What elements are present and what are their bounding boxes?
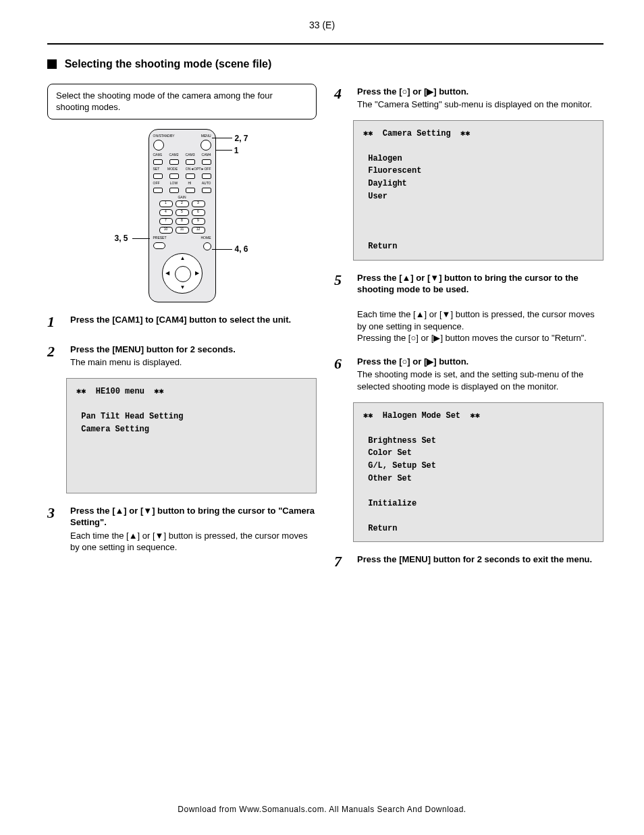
step-6: 6 Press the [] or [] button. The shootin…: [334, 354, 603, 393]
step-body-text: Each time the [] or [] button is pressed…: [357, 297, 603, 344]
left-column: Select the shooting mode of the camera a…: [47, 84, 317, 582]
step-head: Press the [] or [] button to bring the c…: [357, 272, 603, 296]
right-column: 4 Press the [] or [] button. The "Camera…: [334, 84, 603, 582]
step-head: Press the [] or [] button.: [357, 86, 603, 98]
step-number: 7: [334, 551, 349, 572]
remote-illustration: 2, 7 1 3, 5 4, 6 ON/STANDBYMENU CAM1CAM2…: [47, 129, 317, 303]
step-1: 1 Press the [CAM1] to [CAM4] button to s…: [47, 312, 317, 332]
step-head: Press the [CAM1] to [CAM4] button to sel…: [70, 314, 317, 326]
step-head: Press the [MENU] button for 2 seconds to…: [357, 554, 603, 566]
leader-label: 1: [234, 145, 239, 156]
step-body-text: The main menu is displayed.: [70, 356, 317, 369]
step-4: 4 Press the [] or [] button. The "Camera…: [334, 84, 603, 111]
screen-camera-setting: ✱✱ Camera Setting ✱✱ Halogen Fluorescent…: [353, 120, 603, 261]
intro-box: Select the shooting mode of the camera a…: [47, 84, 317, 119]
step-body-text: The "Camera Setting" sub-menu is display…: [357, 99, 603, 111]
step-number: 6: [334, 354, 349, 393]
step-7: 7 Press the [MENU] button for 2 seconds …: [334, 551, 603, 572]
up-arrow-icon: [115, 506, 124, 516]
step-body-text: Each time the [] or [] button is pressed…: [70, 530, 317, 554]
screen-main-menu: ✱✱ HE100 menu ✱✱ Pan Tilt Head Setting C…: [66, 378, 317, 493]
square-bullet-icon: [47, 59, 57, 69]
step-5: 5 Press the [] or [] button to bring the…: [334, 270, 603, 344]
step-2: 2 Press the [MENU] button for 2 seconds.…: [47, 342, 317, 369]
step-3: 3 Press the [] or [] button to bring the…: [47, 503, 317, 554]
page-number: 33 (E): [309, 19, 335, 32]
section-title: Selecting the shooting mode (scene file): [65, 57, 272, 72]
up-arrow-icon: [129, 531, 138, 541]
step-number: 1: [47, 312, 62, 332]
step-number: 5: [334, 270, 349, 344]
intro-text: Select the shooting mode of the camera a…: [56, 90, 273, 113]
right-arrow-icon: [427, 86, 433, 97]
step-head: Press the [] or [] button.: [357, 356, 603, 368]
step-head: Press the [] or [] button to bring the c…: [70, 505, 317, 529]
leader-label: 3, 5: [115, 233, 128, 244]
step-number: 4: [334, 84, 349, 111]
leader-label: 2, 7: [234, 133, 248, 144]
step-number: 2: [47, 342, 62, 369]
up-arrow-icon: [416, 309, 425, 319]
down-arrow-icon: [442, 309, 451, 319]
section-header: Selecting the shooting mode (scene file): [47, 57, 603, 72]
right-arrow-icon: [433, 333, 440, 343]
down-arrow-icon: [155, 531, 164, 541]
footer-text: Download from Www.Somanuals.com. All Man…: [0, 804, 644, 815]
leader-label: 4, 6: [234, 244, 248, 254]
step-body-text: The shooting mode is set, and the settin…: [357, 369, 603, 392]
step-head: Press the [MENU] button for 2 seconds.: [70, 344, 317, 356]
step-number: 3: [47, 503, 62, 554]
right-arrow-icon: [427, 356, 433, 367]
divider: [47, 43, 603, 45]
screen-halogen-mode: ✱✱ Halogen Mode Set ✱✱ Brightness Set Co…: [353, 402, 603, 543]
down-arrow-icon: [143, 506, 152, 516]
up-arrow-icon: [402, 273, 410, 283]
down-arrow-icon: [430, 273, 439, 283]
